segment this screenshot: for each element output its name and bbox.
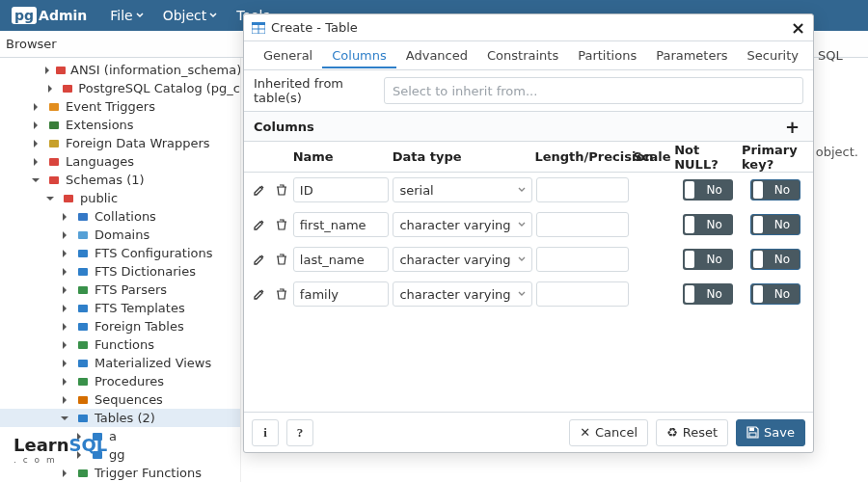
column-type-select[interactable]: character varying bbox=[393, 281, 531, 307]
menu-object[interactable]: Object bbox=[153, 8, 228, 23]
tree-node[interactable]: Collations bbox=[0, 207, 240, 226]
expand-toggle[interactable] bbox=[29, 140, 42, 147]
menu-file[interactable]: File bbox=[100, 8, 152, 23]
expand-toggle[interactable] bbox=[43, 195, 57, 202]
tab-security[interactable]: Security bbox=[738, 42, 808, 68]
column-name-input[interactable] bbox=[293, 281, 390, 307]
tree-node[interactable]: public bbox=[0, 189, 240, 207]
delete-row-button[interactable] bbox=[275, 218, 288, 231]
tree-node[interactable]: Languages bbox=[0, 152, 240, 171]
tree-node[interactable]: Procedures bbox=[0, 372, 240, 390]
column-name-input[interactable] bbox=[293, 247, 390, 272]
fts-icon bbox=[75, 301, 91, 316]
tree-node-label: Languages bbox=[66, 154, 134, 169]
edit-row-button[interactable] bbox=[253, 287, 266, 301]
tbl-icon bbox=[75, 411, 91, 426]
not-null-toggle[interactable]: No bbox=[683, 283, 733, 305]
expand-toggle[interactable] bbox=[58, 396, 71, 404]
tree-node[interactable]: Event Triggers bbox=[0, 97, 240, 116]
tree-node[interactable]: Materialized Views bbox=[0, 354, 240, 372]
tree-node[interactable]: FTS Dictionaries bbox=[0, 262, 240, 281]
svg-rect-28 bbox=[749, 428, 754, 432]
delete-row-button[interactable] bbox=[275, 287, 288, 301]
column-name-input[interactable] bbox=[293, 212, 390, 237]
tab-constraints[interactable]: Constraints bbox=[477, 42, 568, 68]
delete-row-button[interactable] bbox=[275, 253, 288, 266]
expand-toggle[interactable] bbox=[58, 415, 71, 422]
tree-node[interactable]: Domains bbox=[0, 226, 240, 244]
column-length-input[interactable] bbox=[536, 247, 629, 272]
expand-toggle[interactable] bbox=[72, 433, 86, 441]
column-length-input[interactable] bbox=[536, 281, 629, 307]
expand-toggle[interactable] bbox=[72, 451, 86, 459]
tab-partitions[interactable]: Partitions bbox=[568, 42, 646, 68]
tree-node[interactable]: ANSI (information_schema) bbox=[0, 61, 240, 79]
tree-node[interactable]: gg bbox=[0, 445, 240, 464]
expand-toggle[interactable] bbox=[58, 469, 71, 477]
primary-key-toggle[interactable]: No bbox=[750, 179, 800, 201]
expand-toggle[interactable] bbox=[29, 176, 42, 184]
tree-node[interactable]: PostgreSQL Catalog (pg_c bbox=[0, 79, 240, 97]
expand-toggle[interactable] bbox=[58, 360, 71, 367]
column-length-input[interactable] bbox=[536, 177, 629, 202]
tree-node[interactable]: Trigger Functions bbox=[0, 464, 240, 482]
cancel-button[interactable]: ✕Cancel bbox=[569, 419, 648, 446]
not-null-toggle[interactable]: No bbox=[683, 214, 733, 235]
inherit-select[interactable]: Select to inherit from... bbox=[384, 77, 803, 104]
expand-toggle[interactable] bbox=[58, 305, 71, 312]
expand-toggle[interactable] bbox=[43, 67, 51, 74]
tab-columns[interactable]: Columns bbox=[322, 42, 396, 68]
save-button[interactable]: Save bbox=[736, 419, 805, 446]
mview-icon bbox=[75, 356, 91, 371]
expand-toggle[interactable] bbox=[58, 341, 71, 349]
info-button[interactable]: i bbox=[252, 419, 279, 446]
expand-toggle[interactable] bbox=[58, 268, 71, 276]
tree-node[interactable]: Schemas (1) bbox=[0, 171, 240, 189]
primary-key-toggle[interactable]: No bbox=[750, 214, 800, 235]
expand-toggle[interactable] bbox=[58, 378, 71, 386]
primary-key-toggle[interactable]: No bbox=[750, 249, 800, 270]
add-column-button[interactable]: + bbox=[781, 117, 803, 137]
tree-node[interactable]: FTS Templates bbox=[0, 299, 240, 317]
expand-toggle[interactable] bbox=[58, 213, 71, 221]
tree-node[interactable]: Tables (2) bbox=[0, 409, 240, 427]
expand-toggle[interactable] bbox=[58, 323, 71, 331]
tree-node[interactable]: Extensions bbox=[0, 116, 240, 134]
close-icon[interactable]: × bbox=[791, 17, 805, 38]
not-null-toggle[interactable]: No bbox=[683, 249, 733, 270]
not-null-toggle[interactable]: No bbox=[683, 179, 733, 201]
expand-toggle[interactable] bbox=[58, 250, 71, 257]
reset-button[interactable]: ♻Reset bbox=[656, 419, 728, 446]
primary-key-toggle[interactable]: No bbox=[750, 283, 800, 305]
tree-node[interactable]: FTS Parsers bbox=[0, 281, 240, 299]
edit-row-button[interactable] bbox=[253, 253, 266, 266]
expand-toggle[interactable] bbox=[29, 121, 42, 129]
tree-node[interactable]: Sequences bbox=[0, 390, 240, 409]
dialog-tabs: GeneralColumnsAdvancedConstraintsPartiti… bbox=[244, 41, 813, 70]
tab-sql[interactable]: SQL bbox=[808, 42, 853, 68]
tree-node[interactable]: Functions bbox=[0, 335, 240, 354]
column-type-select[interactable]: serial bbox=[393, 177, 531, 202]
tab-general[interactable]: General bbox=[254, 42, 322, 68]
column-name-input[interactable] bbox=[293, 177, 390, 202]
tab-advanced[interactable]: Advanced bbox=[396, 42, 477, 68]
tree-node[interactable]: FTS Configurations bbox=[0, 244, 240, 262]
tab-parameters[interactable]: Parameters bbox=[646, 42, 737, 68]
edit-row-button[interactable] bbox=[253, 218, 266, 231]
column-type-select[interactable]: character varying bbox=[393, 212, 531, 237]
column-length-input[interactable] bbox=[536, 212, 629, 237]
expand-toggle[interactable] bbox=[29, 158, 42, 166]
col-header-name: Name bbox=[293, 149, 393, 164]
tree-node[interactable]: Foreign Data Wrappers bbox=[0, 134, 240, 152]
edit-row-button[interactable] bbox=[253, 183, 266, 197]
help-button[interactable]: ? bbox=[286, 419, 313, 446]
expand-toggle[interactable] bbox=[58, 286, 71, 294]
delete-row-button[interactable] bbox=[275, 183, 288, 197]
expand-toggle[interactable] bbox=[29, 103, 42, 111]
tree-node-label: Event Triggers bbox=[66, 99, 155, 114]
tree-node[interactable]: a bbox=[0, 427, 240, 445]
expand-toggle[interactable] bbox=[43, 85, 56, 93]
tree-node[interactable]: Foreign Tables bbox=[0, 317, 240, 335]
expand-toggle[interactable] bbox=[58, 231, 71, 239]
column-type-select[interactable]: character varying bbox=[393, 247, 531, 272]
